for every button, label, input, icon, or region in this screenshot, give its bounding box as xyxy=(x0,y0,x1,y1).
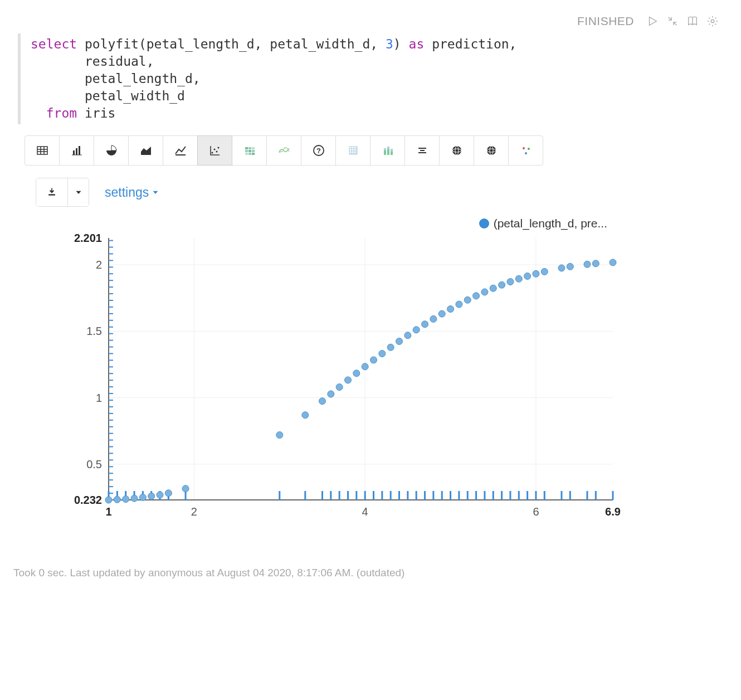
cell-footer: Took 0 sec. Last updated by anonymous at… xyxy=(13,567,730,579)
legend-label: (petal_length_d, pre... xyxy=(494,217,607,230)
viz-paragraph-icon[interactable] xyxy=(404,135,440,166)
viz-grid-icon[interactable] xyxy=(335,135,370,166)
svg-point-151 xyxy=(182,485,189,492)
viz-area-icon[interactable] xyxy=(128,135,163,166)
svg-point-36 xyxy=(525,152,527,154)
svg-text:0.5: 0.5 xyxy=(86,458,102,470)
code-num: 3 xyxy=(386,37,393,51)
svg-rect-12 xyxy=(252,147,255,149)
svg-point-166 xyxy=(422,321,428,328)
svg-point-145 xyxy=(123,496,129,503)
gear-icon[interactable] xyxy=(706,15,719,27)
svg-point-161 xyxy=(379,351,386,357)
svg-rect-27 xyxy=(391,149,393,152)
kw-select: select xyxy=(31,37,77,51)
code-line4: petal_width_d xyxy=(85,89,185,103)
svg-text:1: 1 xyxy=(96,392,102,404)
settings-label: settings xyxy=(105,185,149,200)
viz-network-icon[interactable] xyxy=(508,135,543,166)
viz-bar-icon[interactable] xyxy=(59,135,94,166)
code-line3: petal_length_d, xyxy=(85,71,201,86)
svg-rect-26 xyxy=(391,152,393,155)
svg-point-34 xyxy=(523,147,525,149)
download-button[interactable] xyxy=(36,178,67,206)
chart-legend[interactable]: (petal_length_d, pre... xyxy=(479,217,607,230)
code-close: ) xyxy=(393,37,401,51)
svg-marker-39 xyxy=(153,191,158,194)
svg-point-153 xyxy=(302,412,309,419)
svg-point-173 xyxy=(481,289,488,295)
code-args: (petal_length_d, petal_width_d, xyxy=(139,37,386,51)
svg-text:2.201: 2.201 xyxy=(74,232,102,244)
svg-point-176 xyxy=(507,279,514,285)
svg-point-179 xyxy=(533,270,539,277)
viz-globe1-icon[interactable] xyxy=(439,135,474,166)
svg-text:1: 1 xyxy=(105,505,111,518)
viz-pie-icon[interactable] xyxy=(94,135,129,166)
svg-point-184 xyxy=(592,260,599,267)
svg-point-169 xyxy=(447,306,454,313)
svg-point-150 xyxy=(165,490,172,497)
svg-rect-14 xyxy=(248,150,251,152)
svg-point-149 xyxy=(157,492,163,498)
svg-point-7 xyxy=(213,149,215,150)
svg-rect-22 xyxy=(384,150,386,155)
svg-marker-0 xyxy=(650,17,657,26)
viz-line-icon[interactable] xyxy=(163,135,198,166)
svg-point-175 xyxy=(499,281,505,288)
svg-rect-4 xyxy=(76,148,77,155)
viz-toolbar: ? xyxy=(25,135,730,166)
svg-point-162 xyxy=(387,344,394,351)
viz-help-icon[interactable]: ? xyxy=(301,135,336,166)
svg-point-185 xyxy=(610,259,616,266)
svg-point-167 xyxy=(430,316,437,323)
notebook-cell: FINISHED select polyfit(petal_length_d, … xyxy=(11,11,730,590)
viz-heatmap-icon[interactable] xyxy=(232,135,267,166)
svg-point-159 xyxy=(362,363,368,370)
svg-marker-38 xyxy=(76,191,81,194)
settings-link[interactable]: settings xyxy=(105,185,159,200)
chart-area: (petal_length_d, pre... 0.511.520.2322.2… xyxy=(56,221,624,533)
collapse-icon[interactable] xyxy=(666,15,679,27)
svg-rect-17 xyxy=(248,153,251,155)
legend-dot-icon xyxy=(479,218,489,229)
svg-point-152 xyxy=(276,432,283,439)
svg-rect-23 xyxy=(384,148,386,150)
viz-globe2-icon[interactable] xyxy=(474,135,509,166)
code-editor[interactable]: select polyfit(petal_length_d, petal_wid… xyxy=(18,33,719,124)
svg-point-164 xyxy=(404,332,411,339)
svg-rect-37 xyxy=(48,195,55,196)
svg-point-178 xyxy=(524,273,531,280)
svg-point-1 xyxy=(711,20,714,23)
svg-text:6.9: 6.9 xyxy=(605,505,621,518)
svg-text:0.232: 0.232 xyxy=(74,494,102,506)
svg-rect-5 xyxy=(79,146,80,155)
svg-point-31 xyxy=(487,146,496,155)
svg-point-143 xyxy=(105,497,112,503)
svg-text:2: 2 xyxy=(96,259,102,271)
download-caret[interactable] xyxy=(67,178,89,206)
svg-point-156 xyxy=(336,384,343,391)
run-icon[interactable] xyxy=(646,15,659,27)
svg-rect-10 xyxy=(245,147,248,149)
kw-from: from xyxy=(46,106,77,120)
svg-rect-16 xyxy=(245,153,248,155)
book-icon[interactable] xyxy=(686,15,699,27)
svg-point-182 xyxy=(567,264,573,270)
download-group xyxy=(36,178,89,207)
svg-point-155 xyxy=(328,391,334,397)
viz-spline-icon[interactable] xyxy=(266,135,301,166)
svg-point-172 xyxy=(473,293,480,299)
svg-text:?: ? xyxy=(316,147,321,155)
svg-text:1.5: 1.5 xyxy=(86,325,102,338)
svg-point-160 xyxy=(370,357,377,363)
svg-point-148 xyxy=(148,493,155,500)
svg-point-146 xyxy=(131,495,138,502)
viz-stacked-icon[interactable] xyxy=(370,135,405,166)
code-line2: residual, xyxy=(85,54,154,69)
svg-rect-24 xyxy=(387,149,389,155)
svg-point-6 xyxy=(211,152,213,154)
code-table: iris xyxy=(85,106,115,120)
viz-scatter-icon[interactable] xyxy=(197,135,232,166)
viz-table-icon[interactable] xyxy=(25,135,60,166)
